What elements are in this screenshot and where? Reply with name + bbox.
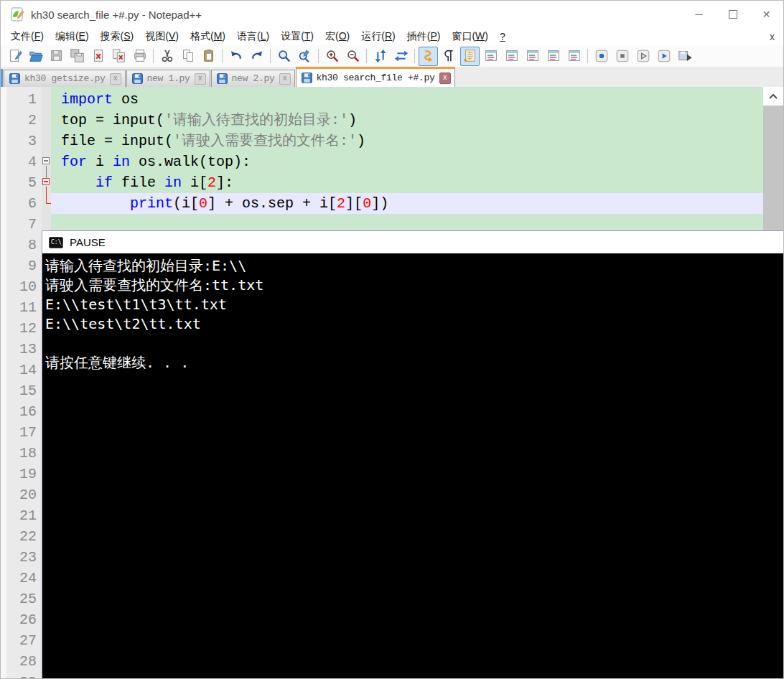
code-token xyxy=(61,195,130,212)
editor-vertical-scrollbar[interactable] xyxy=(763,87,783,230)
line-number: 16 xyxy=(6,401,42,422)
scrollbar-thumb[interactable] xyxy=(763,106,783,230)
close-button[interactable]: ✕ xyxy=(750,1,783,28)
redo-icon[interactable] xyxy=(247,47,266,66)
tab-new-1-py[interactable]: new 1.py x xyxy=(126,70,210,87)
menu-item-V[interactable]: 视图(V) xyxy=(139,29,185,45)
code-token: in xyxy=(164,174,182,191)
menu-item-P[interactable]: 插件(P) xyxy=(401,29,447,45)
document-map-panel-icon[interactable] xyxy=(523,47,542,66)
line-number: 20 xyxy=(6,484,42,505)
tab-close-icon[interactable]: x xyxy=(279,73,291,85)
console-title-bar[interactable]: C:\_ PAUSE xyxy=(42,231,784,253)
bookmark-margin xyxy=(1,87,6,678)
code-token: 0 xyxy=(199,195,207,212)
minimize-button[interactable]: ─ xyxy=(682,1,716,28)
print-icon[interactable] xyxy=(130,47,149,66)
title-bar[interactable]: kh30 search_file +#.py - Notepad++ ─ ✕ xyxy=(1,1,783,28)
notepadpp-window: kh30 search_file +#.py - Notepad++ ─ ✕ 文… xyxy=(0,0,784,679)
menu-item-O[interactable]: 宏(O) xyxy=(319,29,355,45)
macro-run-multiple-icon[interactable] xyxy=(654,47,673,66)
menu-item-E[interactable]: 编辑(E) xyxy=(50,29,95,45)
folder-as-workspace-panel-icon[interactable] xyxy=(502,47,521,66)
maximize-button[interactable] xyxy=(716,1,750,28)
tab-new-2-py[interactable]: new 2.py x xyxy=(211,70,295,87)
menu-item-T[interactable]: 设置(T) xyxy=(275,29,319,45)
macro-record-icon[interactable] xyxy=(592,47,611,66)
toolbar-separator xyxy=(414,49,415,63)
open-file-icon[interactable] xyxy=(26,47,45,66)
word-wrap-icon[interactable] xyxy=(419,47,438,66)
code-line-3: file = input('请驶入需要查找的文件名:') xyxy=(51,131,765,151)
sync-vertical-scroll-icon[interactable] xyxy=(370,47,390,66)
code-token: import xyxy=(61,91,113,108)
tab-close-icon[interactable]: x xyxy=(195,73,206,85)
copy-icon[interactable] xyxy=(178,47,197,66)
menu-item-W[interactable]: 窗口(W) xyxy=(446,29,494,45)
toolbar-separator xyxy=(587,49,588,63)
show-all-characters-icon[interactable] xyxy=(439,47,459,66)
line-number: 14 xyxy=(6,360,42,380)
zoom-out-icon[interactable] xyxy=(343,47,363,66)
code-area[interactable]: import ostop = input('请输入待查找的初始目录:')file… xyxy=(51,87,765,230)
macro-playback-icon[interactable] xyxy=(633,47,653,66)
code-token: os xyxy=(113,91,139,108)
code-token: ]: xyxy=(216,174,233,191)
menu-item-?[interactable]: ? xyxy=(494,29,511,44)
console-line: 请按任意键继续. . . xyxy=(45,353,784,373)
tab-kh30-getsize-py[interactable]: kh30 getsize.py x xyxy=(4,70,126,87)
find-icon[interactable] xyxy=(274,47,294,66)
fold-line-red xyxy=(46,187,47,204)
save-all-icon[interactable] xyxy=(67,47,87,66)
code-token: i[ xyxy=(182,174,207,191)
line-number: 25 xyxy=(6,589,42,609)
doc-switcher-panel-icon[interactable] xyxy=(564,47,584,66)
function-list-panel-icon[interactable] xyxy=(481,47,500,66)
menubar-close-icon[interactable]: x xyxy=(770,31,775,42)
code-line-2: top = input('请输入待查找的初始目录:') xyxy=(51,110,765,131)
menu-item-L[interactable]: 语言(L) xyxy=(231,29,275,45)
tab-close-icon[interactable]: x xyxy=(439,72,451,84)
tab-close-icon[interactable]: x xyxy=(110,73,121,85)
menu-bar: 文件(F)编辑(E)搜索(S)视图(V)格式(M)语言(L)设置(T)宏(O)运… xyxy=(1,28,783,45)
close-file-icon[interactable] xyxy=(88,47,108,66)
menu-item-S[interactable]: 搜索(S) xyxy=(95,29,140,45)
zoom-in-icon[interactable] xyxy=(322,47,342,66)
menu-item-M[interactable]: 格式(M) xyxy=(185,29,231,45)
cut-icon[interactable] xyxy=(157,47,177,66)
code-token: ) xyxy=(357,133,365,149)
show-indent-guide-icon[interactable] xyxy=(460,47,480,66)
fold-marker-line4[interactable] xyxy=(42,157,50,164)
macro-stop-icon[interactable] xyxy=(612,47,632,66)
paste-icon[interactable] xyxy=(199,47,218,66)
new-file-icon[interactable] xyxy=(5,47,24,66)
code-token: in xyxy=(113,154,130,170)
code-token: '请输入待查找的初始目录:' xyxy=(164,112,348,128)
replace-icon[interactable] xyxy=(295,47,314,66)
code-line-6: print(i[0] + os.sep + i[2][0]) xyxy=(51,193,765,214)
close-all-icon[interactable] xyxy=(109,47,129,66)
code-line-1: import os xyxy=(51,89,765,110)
menu-item-R[interactable]: 运行(R) xyxy=(355,29,401,45)
line-number: 18 xyxy=(6,443,42,464)
save-icon[interactable] xyxy=(47,47,66,66)
document-list-panel-icon[interactable] xyxy=(543,47,563,66)
menu-item-F[interactable]: 文件(F) xyxy=(5,29,50,45)
console-title: PAUSE xyxy=(70,236,106,248)
line-number: 5 xyxy=(6,172,42,193)
line-number: 13 xyxy=(6,339,42,360)
undo-icon[interactable] xyxy=(226,47,246,66)
code-line-5: if file in i[2]: xyxy=(51,172,765,193)
scrollbar-up-arrow-icon[interactable] xyxy=(763,87,783,106)
tab-kh30-search-file-py[interactable]: kh30 search_file +#.py x xyxy=(296,67,455,87)
code-token: ][ xyxy=(345,195,363,212)
macro-save-icon[interactable] xyxy=(675,47,694,66)
code-token: ) xyxy=(348,112,357,128)
toolbar-separator xyxy=(318,49,319,63)
fold-marker-line5[interactable] xyxy=(42,178,50,185)
saved-file-icon xyxy=(9,73,20,84)
sync-horizontal-scroll-icon[interactable] xyxy=(391,47,411,66)
code-line-7 xyxy=(51,214,765,230)
line-number: 27 xyxy=(6,630,42,651)
line-number: 29 xyxy=(6,672,42,678)
